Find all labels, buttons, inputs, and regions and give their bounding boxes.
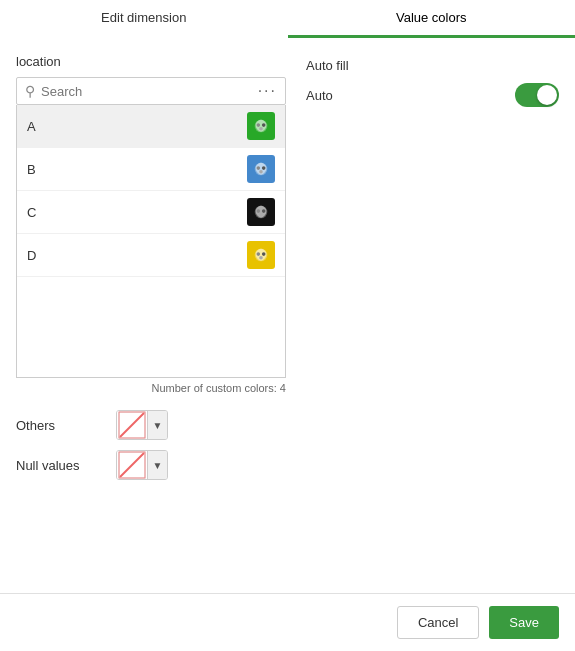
list-item-label: B	[27, 162, 36, 177]
right-panel: Auto fill Auto	[306, 54, 559, 490]
footer: Cancel Save	[0, 593, 575, 651]
color-button-a[interactable]	[247, 112, 275, 140]
svg-point-7	[259, 170, 263, 174]
list-item[interactable]: D	[17, 234, 285, 277]
others-label: Others	[16, 418, 116, 433]
list-item-label: D	[27, 248, 36, 263]
section-label: location	[16, 54, 286, 69]
list-empty-space	[17, 277, 285, 377]
search-container: ⚲ ···	[16, 77, 286, 105]
list-item[interactable]: A	[17, 105, 285, 148]
custom-colors-count: Number of custom colors: 4	[16, 382, 286, 394]
color-button-d[interactable]	[247, 241, 275, 269]
auto-label: Auto	[306, 88, 333, 103]
others-color-swatch	[117, 411, 147, 439]
svg-point-9	[257, 209, 261, 213]
cancel-button[interactable]: Cancel	[397, 606, 479, 639]
search-icon: ⚲	[25, 83, 35, 99]
others-row: Others ▼	[16, 410, 286, 440]
svg-point-11	[259, 213, 263, 217]
list-item-label: A	[27, 119, 36, 134]
others-dropdown-arrow[interactable]: ▼	[147, 411, 167, 439]
search-input[interactable]	[41, 84, 258, 99]
auto-toggle[interactable]	[515, 83, 559, 107]
svg-point-5	[257, 166, 261, 170]
svg-point-2	[262, 123, 266, 127]
null-color-picker[interactable]: ▼	[116, 450, 168, 480]
color-button-c[interactable]	[247, 198, 275, 226]
tab-edit-dimension[interactable]: Edit dimension	[0, 0, 288, 38]
null-values-label: Null values	[16, 458, 116, 473]
list-item-label: C	[27, 205, 36, 220]
null-values-row: Null values ▼	[16, 450, 286, 480]
list-item[interactable]: C	[17, 191, 285, 234]
svg-point-10	[262, 209, 266, 213]
toggle-thumb	[537, 85, 557, 105]
toggle-track	[515, 83, 559, 107]
save-button[interactable]: Save	[489, 606, 559, 639]
null-color-swatch	[117, 451, 147, 479]
tab-value-colors[interactable]: Value colors	[288, 0, 576, 38]
main-content: location ⚲ ··· A B	[0, 38, 575, 506]
svg-point-6	[262, 166, 266, 170]
svg-point-1	[257, 123, 261, 127]
svg-point-15	[259, 256, 263, 260]
color-button-b[interactable]	[247, 155, 275, 183]
more-options-button[interactable]: ···	[258, 82, 277, 100]
auto-fill-label: Auto fill	[306, 58, 559, 73]
svg-point-3	[259, 127, 263, 131]
list-item[interactable]: B	[17, 148, 285, 191]
value-list: A B	[16, 105, 286, 378]
svg-point-13	[257, 252, 261, 256]
left-panel: location ⚲ ··· A B	[16, 54, 286, 490]
svg-point-14	[262, 252, 266, 256]
auto-row: Auto	[306, 83, 559, 107]
others-color-picker[interactable]: ▼	[116, 410, 168, 440]
null-dropdown-arrow[interactable]: ▼	[147, 451, 167, 479]
tab-bar: Edit dimension Value colors	[0, 0, 575, 38]
